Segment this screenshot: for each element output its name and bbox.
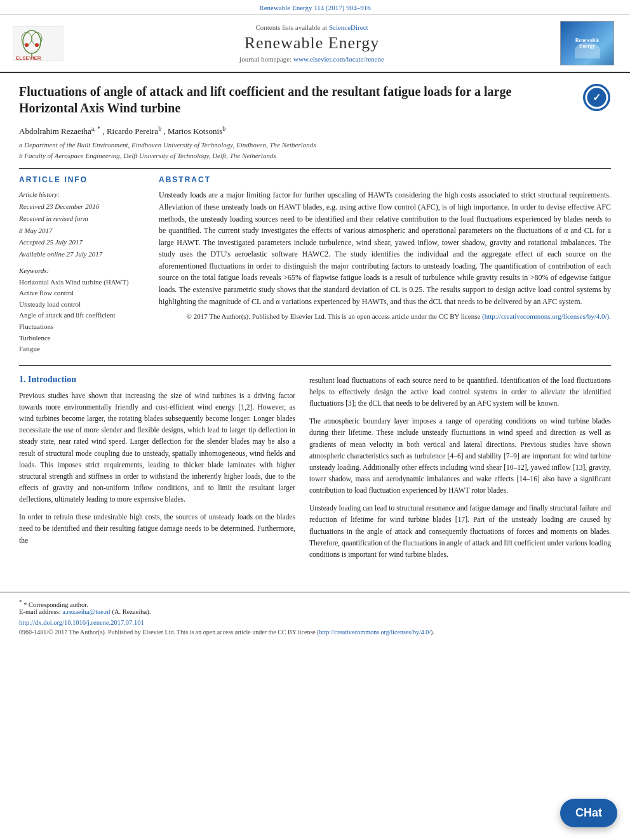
- affiliation-b: b Faculty of Aerospace Engineering, Delf…: [19, 150, 611, 161]
- homepage-link[interactable]: www.elsevier.com/locate/renene: [293, 55, 384, 63]
- keywords-section: Keywords: Horizontal Axis Wind turbine (…: [19, 267, 146, 355]
- article-info-col: ARTICLE INFO Article history: Received 2…: [19, 175, 146, 354]
- elsevier-logo-icon: ELSEVIER: [13, 26, 64, 61]
- journal-homepage: journal homepage: www.elsevier.com/locat…: [64, 55, 560, 63]
- svg-point-6: [35, 43, 39, 47]
- revised-label: Received in revised form: [19, 213, 146, 225]
- intro-right-paragraph-3: Unsteady loading can lead to structural …: [309, 502, 611, 560]
- author-email-link[interactable]: a.rezaeiha@tue.nl: [62, 608, 111, 615]
- body-two-col: 1. Introduction Previous studies have sh…: [19, 375, 611, 566]
- journal-name: Renewable Energy: [64, 34, 560, 53]
- affiliations: a Department of the Built Environment, E…: [19, 140, 611, 161]
- journal-title-area: Contents lists available at ScienceDirec…: [64, 23, 560, 63]
- corresponding-author: * * Corresponding author. E-mail address…: [19, 599, 611, 615]
- affiliation-a: a Department of the Built Environment, E…: [19, 140, 611, 150]
- available-date: Available online 27 July 2017: [19, 248, 146, 260]
- intro-right-paragraph-1: resultant load fluctuations of each sour…: [309, 375, 611, 409]
- copyright-license-link[interactable]: http://creativecommons.org/licenses/by/4…: [319, 629, 431, 636]
- journal-reference: Renewable Energy 114 (2017) 904–916: [0, 0, 630, 15]
- intro-heading: 1. Introduction: [19, 375, 295, 385]
- copyright-line: 0960-1481/© 2017 The Author(s). Publishe…: [19, 629, 611, 636]
- article-info-abstract-section: ARTICLE INFO Article history: Received 2…: [19, 168, 611, 354]
- article-history: Article history: Received 23 December 20…: [19, 189, 146, 260]
- abstract-label: ABSTRACT: [159, 175, 611, 184]
- keyword-3: Unsteady load control: [19, 299, 146, 310]
- svg-text:✓: ✓: [593, 92, 601, 103]
- article-info-label: ARTICLE INFO: [19, 175, 146, 184]
- authors-line: Abdolrahim Rezaeihaa, * , Ricardo Pereir…: [19, 125, 611, 137]
- article-title: Fluctuations of angle of attack and lift…: [19, 83, 553, 116]
- crossmark-icon[interactable]: ✓: [582, 83, 611, 112]
- abstract-col: ABSTRACT Unsteady loads are a major limi…: [159, 175, 611, 354]
- keyword-6: Turbulence: [19, 333, 146, 344]
- journal-header: ELSEVIER Contents lists available at Sci…: [0, 15, 630, 73]
- history-label: Article history:: [19, 189, 146, 201]
- article-title-section: Fluctuations of angle of attack and lift…: [19, 83, 611, 120]
- keyword-1: Horizontal Axis Wind turbine (HAWT): [19, 277, 146, 288]
- intro-right-paragraph-2: The atmospheric boundary layer imposes a…: [309, 415, 611, 496]
- intro-paragraph-2: In order to refrain these undesirable hi…: [19, 511, 295, 545]
- svg-point-5: [25, 43, 29, 47]
- body-content: 1. Introduction Previous studies have sh…: [19, 365, 611, 566]
- abstract-text: Unsteady loads are a major limiting fact…: [159, 189, 611, 322]
- keywords-title: Keywords:: [19, 267, 146, 274]
- svg-text:ELSEVIER: ELSEVIER: [16, 55, 41, 61]
- journal-cover-image: RenewableEnergy: [560, 21, 614, 65]
- revised-date: 8 May 2017: [19, 225, 146, 237]
- journal-cover-area: RenewableEnergy: [560, 21, 617, 65]
- doi-line: http://dx.doi.org/10.1016/j.renene.2017.…: [19, 619, 611, 626]
- keyword-5: Fluctuations: [19, 321, 146, 333]
- keyword-7: Fatigue: [19, 343, 146, 355]
- elsevier-logo-area: ELSEVIER: [13, 26, 64, 61]
- keyword-4: Angle of attack and lift coefficient: [19, 310, 146, 321]
- doi-link[interactable]: http://dx.doi.org/10.1016/j.renene.2017.…: [19, 619, 144, 626]
- keyword-2: Active flow control: [19, 288, 146, 299]
- page-footer: * * Corresponding author. E-mail address…: [0, 592, 630, 641]
- accepted-date: Accepted 25 July 2017: [19, 236, 146, 248]
- abstract-license: © 2017 The Author(s). Published by Elsev…: [159, 311, 611, 322]
- body-left-col: 1. Introduction Previous studies have sh…: [19, 375, 295, 566]
- license-link[interactable]: (http://creativecommons.org/licenses/by/…: [482, 312, 609, 320]
- sciencedirect-link[interactable]: ScienceDirect: [329, 23, 368, 31]
- main-content: Fluctuations of angle of attack and lift…: [0, 73, 630, 579]
- received-date: Received 23 December 2016: [19, 201, 146, 213]
- chat-widget-button[interactable]: CHat: [560, 799, 617, 827]
- intro-paragraph-1: Previous studies have shown that increas…: [19, 390, 295, 505]
- body-right-col: resultant load fluctuations of each sour…: [309, 375, 611, 566]
- contents-line: Contents lists available at ScienceDirec…: [64, 23, 560, 31]
